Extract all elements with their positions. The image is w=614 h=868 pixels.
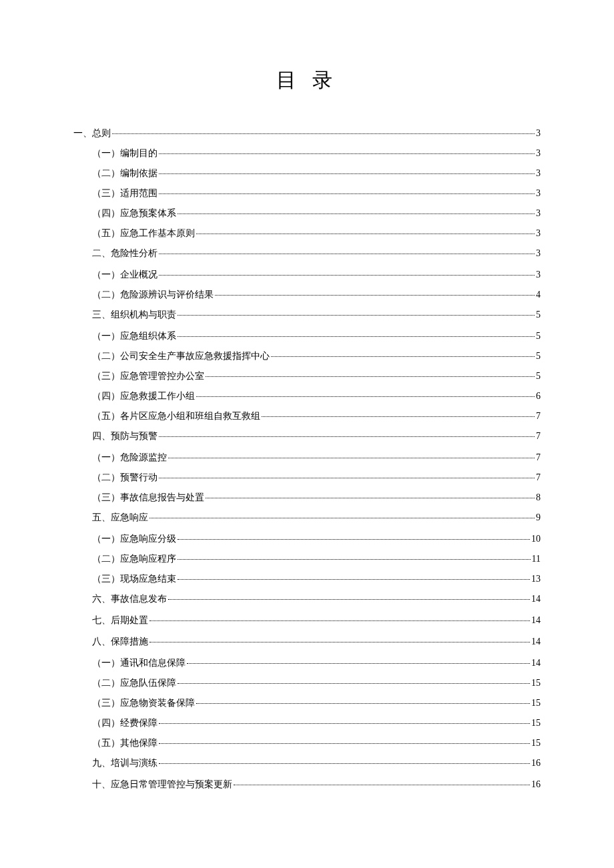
toc-entry: 六、事故信息发布14 — [92, 593, 541, 605]
toc-leader-dots — [196, 703, 530, 704]
toc-entry: （二）危险源辨识与评价结果4 — [92, 289, 541, 301]
toc-page-number: 7 — [536, 472, 541, 483]
toc-entry: （二）应急响应程序11 — [92, 553, 541, 565]
toc-entry: 一、总则3 — [73, 127, 541, 139]
toc-label: （四）应急预案体系 — [92, 207, 176, 220]
toc-leader-dots — [178, 213, 535, 214]
toc-label: （三）应急管理管控办公室 — [92, 370, 204, 382]
toc-leader-dots — [187, 663, 530, 664]
toc-entry: （四）应急预案体系3 — [92, 207, 541, 220]
toc-entry: 三、组织机构与职责5 — [92, 309, 541, 321]
toc-label: 一、总则 — [73, 127, 111, 139]
toc-label: 十、应急日常管理管控与预案更新 — [92, 779, 232, 791]
toc-label: （三）事故信息报告与处置 — [92, 492, 204, 504]
toc-page-number: 11 — [532, 554, 541, 564]
toc-label: （二）危险源辨识与评价结果 — [92, 289, 214, 301]
toc-label: （一）危险源监控 — [92, 452, 167, 464]
toc-label: （一）应急组织体系 — [92, 330, 176, 342]
toc-leader-dots — [159, 275, 535, 276]
toc-page-number: 5 — [536, 351, 541, 362]
toc-entry: （三）现场应急结束13 — [92, 573, 541, 585]
toc-page-number: 16 — [531, 758, 541, 769]
toc-label: 五、应急响应 — [92, 512, 148, 524]
toc-leader-dots — [159, 723, 530, 724]
toc-entry: 二、危险性分析3 — [92, 248, 541, 260]
toc-label: （一）应急响应分级 — [92, 533, 176, 545]
toc-leader-dots — [168, 458, 535, 458]
toc-page-number: 14 — [531, 615, 541, 626]
toc-page-number: 8 — [536, 492, 541, 503]
toc-leader-dots — [159, 153, 535, 154]
toc-page-number: 3 — [536, 168, 541, 179]
toc-leader-dots — [178, 315, 535, 316]
toc-label: 六、事故信息发布 — [92, 593, 167, 605]
toc-page-number: 15 — [531, 678, 541, 689]
toc-label: （二）预警行动 — [92, 472, 158, 484]
toc-page-number: 3 — [536, 228, 541, 239]
toc-entry: （一）通讯和信息保障14 — [92, 657, 541, 669]
toc-page-number: 3 — [536, 128, 541, 139]
toc-entry: （三）适用范围3 — [92, 187, 541, 199]
toc-leader-dots — [178, 559, 531, 560]
toc-entry: （一）危险源监控7 — [92, 452, 541, 464]
toc-entry: （四）经费保障15 — [92, 717, 541, 729]
toc-page-number: 15 — [531, 718, 541, 729]
toc-entry: （五）各片区应急小组和班组自救互救组7 — [92, 410, 541, 422]
toc-leader-dots — [159, 436, 535, 437]
toc-leader-dots — [149, 620, 530, 621]
toc-entry: （三）事故信息报告与处置8 — [92, 492, 541, 504]
toc-page-number: 5 — [536, 331, 541, 342]
toc-entry: （二）预警行动7 — [92, 472, 541, 484]
toc-page-number: 6 — [536, 391, 541, 402]
toc-label: （二）编制依据 — [92, 167, 158, 179]
toc-entry: （五）应急工作基本原则3 — [92, 228, 541, 240]
toc-label: （五）各片区应急小组和班组自救互救组 — [92, 410, 260, 422]
toc-leader-dots — [159, 478, 535, 478]
toc-leader-dots — [206, 376, 535, 377]
toc-leader-dots — [215, 295, 535, 296]
toc-entry: （一）企业概况3 — [92, 269, 541, 281]
toc-page-number: 7 — [536, 431, 541, 442]
toc-entry: 十、应急日常管理管控与预案更新16 — [92, 779, 541, 791]
toc-leader-dots — [159, 193, 535, 194]
toc-entry: 七、后期处置14 — [92, 614, 541, 626]
toc-page-number: 5 — [536, 371, 541, 382]
toc-label: （一）企业概况 — [92, 269, 158, 281]
page-title: 目 录 — [73, 67, 541, 94]
toc-page-number: 14 — [531, 658, 541, 669]
toc-leader-dots — [271, 356, 535, 357]
toc-label: （四）经费保障 — [92, 717, 158, 729]
toc-page-number: 14 — [531, 594, 541, 604]
toc-page-number: 9 — [536, 512, 541, 523]
toc-leader-dots — [159, 743, 530, 744]
toc-entry: （二）应急队伍保障15 — [92, 677, 541, 689]
toc-label: （三）适用范围 — [92, 187, 158, 199]
toc-label: （二）应急队伍保障 — [92, 677, 176, 689]
toc-label: 七、后期处置 — [92, 614, 148, 626]
toc-label: 八、保障措施 — [92, 636, 148, 648]
toc-leader-dots — [178, 683, 530, 684]
toc-page-number: 16 — [531, 779, 541, 790]
toc-entry: 八、保障措施14 — [92, 636, 541, 648]
toc-leader-dots — [262, 416, 535, 417]
toc-entry: （三）应急物资装备保障15 — [92, 697, 541, 709]
toc-page-number: 3 — [536, 270, 541, 280]
toc-page-number: 10 — [531, 534, 541, 544]
toc-page-number: 13 — [531, 574, 541, 584]
toc-page-number: 3 — [536, 188, 541, 199]
toc-leader-dots — [178, 539, 530, 540]
toc-leader-dots — [159, 173, 535, 174]
toc-leader-dots — [159, 254, 535, 254]
toc-page-number: 15 — [531, 738, 541, 749]
toc-entry: （二）公司安全生产事故应急救援指挥中心5 — [92, 350, 541, 362]
toc-leader-dots — [196, 396, 535, 397]
toc-label: 九、培训与演练 — [92, 757, 158, 769]
toc-leader-dots — [159, 763, 530, 764]
toc-page-number: 3 — [536, 208, 541, 219]
toc-entry: 四、预防与预警7 — [92, 430, 541, 442]
toc-leader-dots — [112, 133, 535, 134]
toc-leader-dots — [234, 785, 530, 785]
toc-entry: （一）应急组织体系5 — [92, 330, 541, 342]
toc-leader-dots — [206, 498, 535, 498]
toc-label: 二、危险性分析 — [92, 248, 158, 260]
